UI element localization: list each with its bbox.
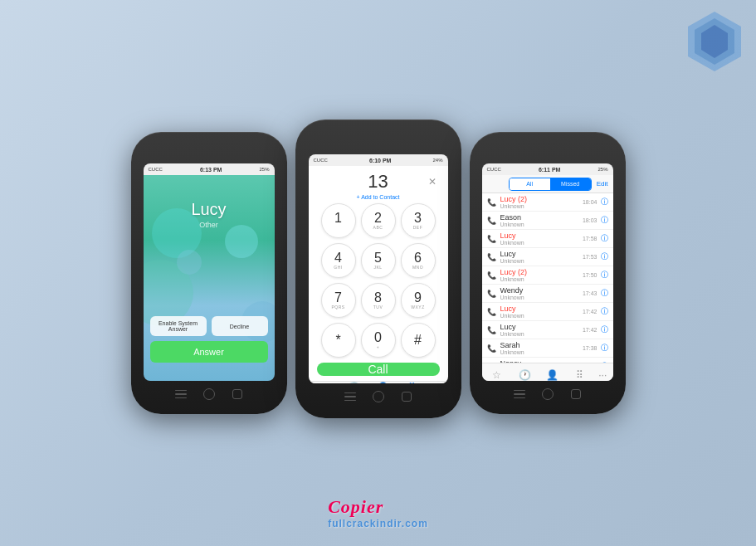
caller-name: Lucy	[191, 200, 226, 219]
filter-missed[interactable]: Missed	[550, 178, 591, 190]
time-2: 6:10 PM	[369, 158, 391, 163]
recent-time-7: 17:42	[583, 309, 597, 314]
key-0[interactable]: 0 +	[361, 323, 396, 358]
key-8[interactable]: 8 TUV	[361, 283, 396, 318]
incoming-call-screen: Lucy Other Enable System Answer Decline …	[144, 175, 275, 381]
key-2[interactable]: 2 ABC	[361, 203, 396, 238]
carrier-2: CUCC	[314, 158, 328, 163]
status-icons-3: 25%	[597, 167, 607, 172]
tab-contacts-2[interactable]: 👤 Contacts	[373, 382, 393, 383]
tab-contacts-3[interactable]: 👤 Contacts	[543, 369, 563, 381]
recent-detail-6[interactable]: ⓘ	[601, 288, 608, 299]
call-icon-2: 📞	[487, 216, 497, 226]
recent-sub-7: Unknown	[500, 313, 583, 319]
tab-favorites-2[interactable]: ☆ Favorites	[314, 382, 334, 383]
recent-name-2: Eason	[500, 213, 583, 222]
recent-detail-1[interactable]: ⓘ	[601, 197, 608, 207]
recent-item-8[interactable]: 📞 Lucy Unknown 17:42 ⓘ	[482, 321, 613, 339]
recent-item-3[interactable]: 📞 Lucy Unknown 17:58 ⓘ	[482, 230, 613, 248]
backspace-button[interactable]: ✕	[425, 174, 440, 189]
hw-back-btn-2[interactable]	[400, 390, 413, 403]
time-3: 6:11 PM	[539, 167, 560, 173]
recent-info-2: Eason Unknown	[500, 213, 583, 228]
hex-decoration	[681, 8, 748, 75]
carrier-1: CUCC	[149, 167, 163, 172]
recent-info-7: Lucy Unknown	[500, 305, 583, 319]
phone-1: CUCC 6:13 PM 25% Lucy Other Enable Syst	[131, 132, 287, 414]
recent-name-4: Lucy	[500, 250, 583, 259]
recent-detail-7[interactable]: ⓘ	[601, 306, 608, 317]
recent-detail-4[interactable]: ⓘ	[601, 251, 608, 262]
recent-sub-6: Unknown	[500, 295, 583, 300]
recent-detail-3[interactable]: ⓘ	[601, 233, 608, 244]
tab-keypad-3[interactable]: ⠿ Keypad	[571, 369, 588, 381]
add-contact-link[interactable]: + Add to Contact	[357, 194, 400, 200]
recent-item-5[interactable]: 📞 Lucy (2) Unknown 17:50 ⓘ	[482, 266, 613, 285]
recent-time-9: 17:38	[583, 345, 597, 351]
recent-item-4[interactable]: 📞 Lucy Unknown 17:53 ⓘ	[482, 248, 613, 266]
tab-favorites-3[interactable]: ☆ Favorites	[486, 369, 507, 381]
recent-info-9: Sarah Unknown	[500, 341, 583, 356]
recent-info-1: Lucy (2) Unknown	[500, 195, 583, 210]
recent-sub-2: Unknown	[500, 222, 583, 227]
call-buttons: Enable System Answer Decline Answer	[144, 316, 275, 363]
recent-time-2: 18:03	[583, 217, 597, 223]
system-answer-button[interactable]: Enable System Answer	[150, 316, 207, 336]
status-icons-2: 24%	[432, 158, 442, 163]
call-icon-8: 📞	[487, 325, 497, 335]
hw-home-btn-3[interactable]	[541, 388, 554, 401]
recent-detail-5[interactable]: ⓘ	[601, 270, 608, 280]
recent-item-7[interactable]: 📞 Lucy Unknown 17:42 ⓘ	[482, 303, 613, 321]
filter-all[interactable]: All	[510, 178, 550, 190]
key-star[interactable]: *	[321, 323, 356, 358]
recent-detail-9[interactable]: ⓘ	[601, 343, 608, 353]
decline-button[interactable]: Decline	[212, 316, 268, 336]
key-7[interactable]: 7 PQRS	[321, 283, 356, 318]
recent-item-1[interactable]: 📞 Lucy (2) Unknown 18:04 ⓘ	[482, 193, 613, 212]
recent-item-2[interactable]: 📞 Eason Unknown 18:03 ⓘ	[482, 212, 613, 230]
tab-recents-2[interactable]: 🕐 Recents	[344, 382, 363, 383]
hw-menu-btn[interactable]	[174, 388, 188, 401]
key-1[interactable]: 1	[321, 203, 356, 238]
recent-detail-8[interactable]: ⓘ	[601, 324, 608, 335]
recent-time-5: 17:50	[583, 272, 597, 278]
recent-info-5: Lucy (2) Unknown	[500, 268, 583, 283]
phone-2-status-bar: CUCC 6:10 PM 24%	[309, 154, 448, 166]
key-3[interactable]: 3 DEF	[401, 203, 436, 238]
key-9[interactable]: 9 WXYZ	[401, 283, 436, 318]
recent-item-9[interactable]: 📞 Sarah Unknown 17:38 ⓘ	[482, 339, 613, 358]
hw-menu-btn-2[interactable]	[344, 390, 357, 403]
hw-back-btn-3[interactable]	[569, 388, 583, 401]
call-icon-1: 📞	[487, 197, 497, 207]
phone-1-status-bar: CUCC 6:13 PM 25%	[144, 163, 275, 175]
tab-more-2[interactable]: ··· More	[431, 382, 442, 383]
recent-detail-2[interactable]: ⓘ	[601, 215, 608, 226]
recent-sub-3: Unknown	[500, 240, 583, 246]
tab-recents-3[interactable]: 🕐 Recents	[515, 369, 534, 381]
key-6[interactable]: 6 MNO	[401, 243, 436, 278]
phone-3-status-bar: CUCC 6:11 PM 25%	[482, 163, 613, 175]
tab-more-3[interactable]: ··· More	[597, 369, 608, 381]
hw-back-btn[interactable]	[231, 388, 244, 401]
phone-2-tab-bar: ☆ Favorites 🕐 Recents 👤 Contacts ⠿ Keypa…	[309, 381, 448, 383]
recent-item-6[interactable]: 📞 Wendy Unknown 17:43 ⓘ	[482, 285, 613, 303]
hw-menu-btn-3[interactable]	[513, 388, 526, 401]
key-hash[interactable]: #	[401, 323, 436, 358]
hw-home-btn[interactable]	[202, 388, 216, 401]
key-4[interactable]: 4 GHI	[321, 243, 356, 278]
edit-button[interactable]: Edit	[597, 180, 608, 188]
phone-2-screen: CUCC 6:10 PM 24% 13 ✕ + Add to Contact 1	[309, 154, 448, 383]
recent-time-6: 17:43	[583, 290, 597, 296]
recent-name-1: Lucy (2)	[500, 195, 583, 204]
recent-time-8: 17:42	[583, 327, 597, 333]
call-button[interactable]: Call	[317, 363, 440, 376]
phone-1-hw-nav	[174, 381, 244, 407]
dialer-screen: 13 ✕ + Add to Contact 1 2 ABC 3	[309, 166, 448, 383]
hw-home-btn-2[interactable]	[372, 390, 385, 403]
answer-button[interactable]: Answer	[150, 341, 268, 363]
recent-info-3: Lucy Unknown	[500, 232, 583, 246]
key-5[interactable]: 5 JKL	[361, 243, 396, 278]
phone-1-screen: CUCC 6:13 PM 25% Lucy Other Enable Syst	[144, 163, 275, 381]
battery-2: 24%	[432, 158, 442, 163]
tab-keypad-2[interactable]: ⠿ Keypad	[403, 382, 420, 383]
